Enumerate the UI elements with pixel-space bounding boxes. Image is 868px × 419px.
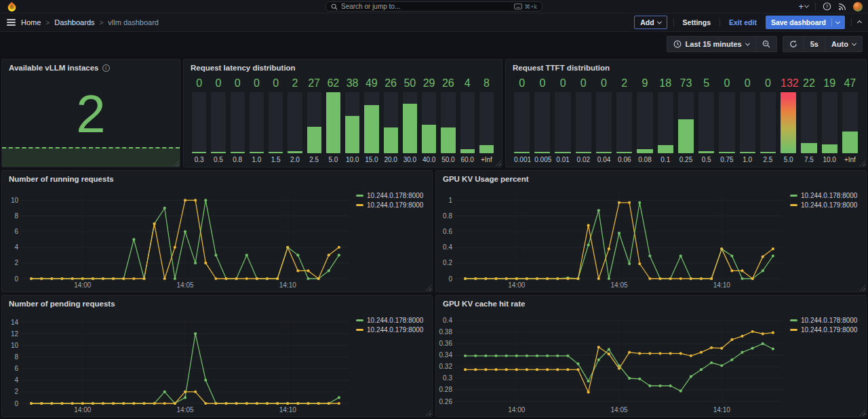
add-button[interactable]: Add <box>634 16 667 29</box>
panel-title[interactable]: GPU KV cache hit rate <box>443 300 525 308</box>
zoom-out-time-button[interactable] <box>755 37 776 52</box>
data-point <box>307 269 309 272</box>
bar <box>479 145 494 153</box>
panel-title[interactable]: Number of pending requests <box>9 300 115 308</box>
data-point <box>741 351 743 354</box>
breadcrumb-bar: Home > Dashboards > vllm dashboard Add S… <box>0 14 868 32</box>
data-point <box>464 368 467 371</box>
legend-item[interactable]: 10.244.0.178:8000 <box>356 315 427 325</box>
legend-label: 10.244.0.179:8000 <box>801 326 857 334</box>
bar-column: 20.06 <box>616 77 632 163</box>
bar <box>596 152 612 153</box>
bar-value-label: 19 <box>822 77 837 92</box>
refresh-interval-label[interactable]: 5s <box>804 37 825 52</box>
axis-tick-label: 2.0 <box>288 153 302 163</box>
panel-title[interactable]: Request TTFT distribution <box>513 64 610 72</box>
data-point <box>184 199 186 201</box>
legend-item[interactable]: 10.244.0.179:8000 <box>790 200 861 210</box>
data-point <box>628 351 631 354</box>
search-input[interactable]: Search or jump to... ⌘+k <box>326 1 542 12</box>
data-point <box>720 364 723 367</box>
chevron-down-icon <box>657 19 662 24</box>
news-button[interactable] <box>838 3 846 11</box>
bar-column: 1910.0 <box>822 77 837 163</box>
data-point <box>576 368 579 371</box>
data-point <box>576 363 579 365</box>
grafana-logo-icon[interactable] <box>7 1 17 12</box>
axis-tick-label: 5.0 <box>781 153 796 163</box>
data-point <box>92 277 94 280</box>
panel-title[interactable]: Number of running requests <box>9 175 114 183</box>
divider <box>831 18 832 26</box>
legend-item[interactable]: 10.244.0.178:8000 <box>356 191 427 200</box>
data-point <box>60 277 63 280</box>
data-point <box>618 232 620 235</box>
bar-value-label: 22 <box>801 77 816 92</box>
data-point <box>741 277 743 280</box>
collapse-toolbar-chevron-up-icon[interactable] <box>857 20 862 24</box>
bar-track <box>576 92 591 153</box>
legend-item[interactable]: 10.244.0.178:8000 <box>790 315 861 325</box>
data-point <box>720 347 723 350</box>
data-point <box>638 378 641 380</box>
info-circle-icon[interactable]: i <box>102 64 110 72</box>
menu-toggle-button[interactable] <box>7 19 16 26</box>
data-point <box>184 396 186 399</box>
bar-column: 01.0 <box>740 77 755 163</box>
dashboard-grid: Available vLLM instaces i 2 Request late… <box>0 56 868 417</box>
data-point <box>296 254 299 256</box>
add-menu-button[interactable]: + <box>798 2 808 11</box>
bar-column: 4915.0 <box>364 77 378 163</box>
data-point <box>494 277 497 280</box>
data-point <box>730 359 733 361</box>
exit-edit-button[interactable]: Exit edit <box>726 16 760 29</box>
bar-column: 01.5 <box>269 77 283 163</box>
refresh-button[interactable] <box>783 37 804 52</box>
data-point <box>628 201 631 204</box>
panel-title[interactable]: GPU KV Usage percent <box>443 175 529 183</box>
bar <box>678 119 694 153</box>
bar <box>822 144 837 153</box>
data-point <box>245 277 248 280</box>
data-point <box>638 352 641 355</box>
data-point <box>669 384 672 387</box>
legend-swatch-icon <box>790 329 797 331</box>
bar-track <box>231 92 245 153</box>
panel-title[interactable]: Available vLLM instaces <box>9 64 99 72</box>
data-point <box>50 402 53 405</box>
save-dashboard-button[interactable]: Save dashboard <box>766 16 845 29</box>
legend-item[interactable]: 10.244.0.179:8000 <box>356 200 427 210</box>
auto-refresh-picker[interactable]: Auto <box>825 37 862 52</box>
legend-item[interactable]: 10.244.0.179:8000 <box>790 325 861 334</box>
panel-title[interactable]: Request latency distribution <box>191 64 296 72</box>
bar-value-label: 0 <box>211 77 225 92</box>
data-point <box>235 402 238 405</box>
breadcrumb-dashboards[interactable]: Dashboards <box>54 18 94 26</box>
legend-item[interactable]: 10.244.0.179:8000 <box>356 325 427 334</box>
bar-value-label: 4 <box>460 77 475 92</box>
data-point <box>328 269 330 272</box>
bar <box>250 152 264 153</box>
bar <box>326 92 340 153</box>
breadcrumb-separator: > <box>100 19 104 26</box>
divider <box>815 3 816 11</box>
axis-tick-label: 0.5 <box>211 153 225 163</box>
breadcrumb-home[interactable]: Home <box>21 18 41 26</box>
axis-tick-label: 0.3 <box>192 153 206 163</box>
legend-label: 10.244.0.178:8000 <box>801 192 857 199</box>
data-point <box>132 277 135 280</box>
help-button[interactable]: ? <box>823 2 831 11</box>
settings-button[interactable]: Settings <box>680 16 713 29</box>
data-point <box>194 391 197 393</box>
data-point <box>648 254 651 257</box>
breadcrumb-current-dashboard[interactable]: vllm dashboard <box>108 18 159 26</box>
bar-column: 730.25 <box>678 77 694 163</box>
clock-icon <box>673 40 682 48</box>
axis-tick-label: 20.0 <box>384 153 398 163</box>
legend-item[interactable]: 10.244.0.178:8000 <box>790 191 861 200</box>
divider <box>851 18 852 26</box>
time-range-picker[interactable]: Last 15 minutes <box>667 37 755 52</box>
data-point <box>484 355 487 357</box>
bar-value-label: 26 <box>441 77 455 92</box>
user-avatar[interactable] <box>853 2 863 12</box>
